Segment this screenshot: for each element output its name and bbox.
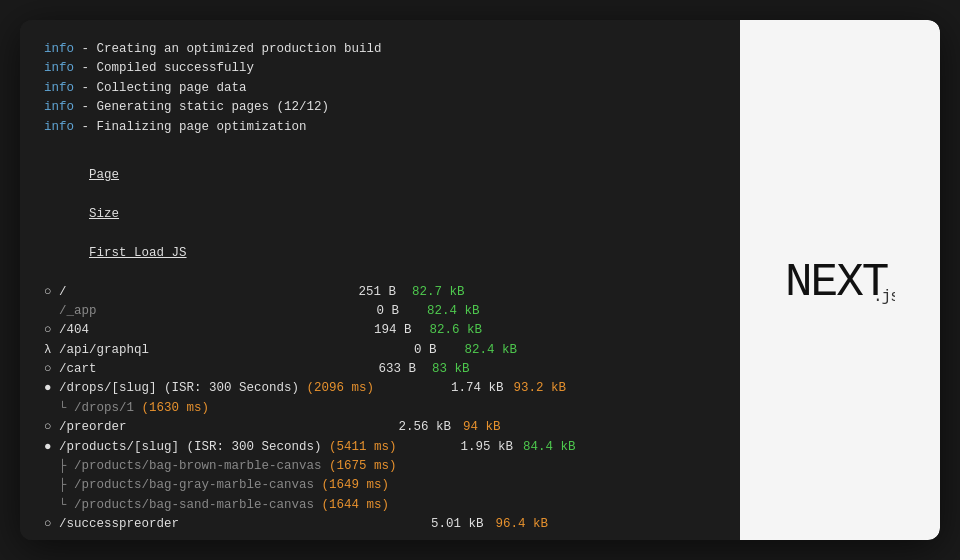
build-line-5: info - Finalizing page optimization	[44, 118, 716, 137]
nextjs-logo: NEXT .js	[785, 253, 895, 308]
terminal-wrapper: info - Creating an optimized production …	[20, 20, 940, 540]
svg-text:.js: .js	[873, 288, 895, 306]
build-line-4: info - Generating static pages (12/12)	[44, 98, 716, 117]
logo-panel: NEXT .js	[740, 20, 940, 540]
page-row-graphql: λ /api/graphql0 B82.4 kB	[44, 341, 716, 360]
page-row-success: ○ /successpreorder5.01 kB96.4 kB	[44, 515, 716, 534]
page-row-root: ○ /251 B82.7 kB	[44, 283, 716, 302]
build-line-2: info - Compiled successfully	[44, 59, 716, 78]
page-row-preorder: ○ /preorder2.56 kB94 kB	[44, 418, 716, 437]
shared-header: + First Load JS shared by all 82.4 kB	[44, 539, 716, 540]
page-row-products: ● /products/[slug] (ISR: 300 Seconds) (5…	[44, 438, 716, 457]
page-row-gray: ├ /products/bag-gray-marble-canvas (1649…	[44, 476, 716, 495]
page-row-brown: ├ /products/bag-brown-marble-canvas (167…	[44, 457, 716, 476]
page-row-drops: ● /drops/[slug] (ISR: 300 Seconds) (2096…	[44, 379, 716, 398]
build-line-1: info - Creating an optimized production …	[44, 40, 716, 59]
page-row-404: ○ /404194 B82.6 kB	[44, 321, 716, 340]
info-label: info	[44, 42, 74, 56]
build-line-3: info - Collecting page data	[44, 79, 716, 98]
page-row-app: /_app0 B82.4 kB	[44, 302, 716, 321]
terminal-panel: info - Creating an optimized production …	[20, 20, 740, 540]
table-header: Page Size First Load JS	[44, 147, 716, 283]
page-row-sand: └ /products/bag-sand-marble-canvas (1644…	[44, 496, 716, 515]
page-row-drops-1: └ /drops/1 (1630 ms)	[44, 399, 716, 418]
page-row-cart: ○ /cart633 B83 kB	[44, 360, 716, 379]
nextjs-logo-svg: NEXT .js	[785, 253, 895, 308]
